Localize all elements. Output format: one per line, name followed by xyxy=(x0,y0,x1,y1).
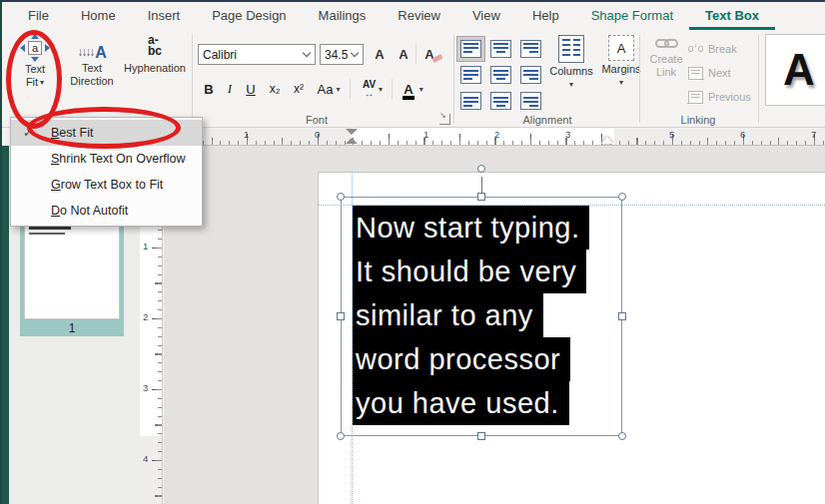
highlighted-text-line[interactable]: you have used. xyxy=(353,381,569,425)
align-middle-left-button[interactable] xyxy=(457,63,484,87)
clear-formatting-button[interactable]: A xyxy=(421,43,445,65)
group-separator xyxy=(453,35,454,123)
menu-item-grow-text-box-to-fit[interactable]: Grow Text Box to Fit xyxy=(11,172,202,198)
highlighted-text-line[interactable]: similar to any xyxy=(353,293,543,337)
dropdown-caret-icon: ▾ xyxy=(336,85,340,94)
group-separator xyxy=(639,35,640,123)
text-box-content[interactable]: Now start typing. It should be very simi… xyxy=(353,206,589,425)
tab-home[interactable]: Home xyxy=(65,2,132,30)
text-fit-button[interactable]: a Text Fit▾ xyxy=(8,35,62,89)
page-thumbnail-selected[interactable]: 1 xyxy=(20,218,124,336)
chevron-down-icon[interactable] xyxy=(351,49,359,57)
ruler-ticks xyxy=(140,128,825,145)
page-thumbnail-preview xyxy=(24,221,120,319)
highlighted-text-line[interactable]: word processor xyxy=(353,337,570,381)
highlighted-text-line[interactable]: Now start typing. xyxy=(353,206,589,250)
tab-review[interactable]: Review xyxy=(382,2,456,30)
align-top-right-button[interactable] xyxy=(517,37,544,61)
resize-handle-top-left[interactable] xyxy=(337,193,345,201)
ribbon: a Text Fit▾ ↓↓↓↓ A Text Direction a- bc … xyxy=(2,30,825,128)
resize-handle-top-right[interactable] xyxy=(618,193,626,201)
font-size-value: 34.5 xyxy=(325,48,349,62)
font-color-button[interactable]: A ▾ xyxy=(398,78,429,100)
font-group-label: Font xyxy=(198,114,435,126)
linking-group-label: Linking xyxy=(641,114,755,126)
wordart-style-swatch[interactable]: A xyxy=(765,34,825,106)
tab-text-box[interactable]: Text Box xyxy=(689,2,775,30)
chain-link-icon xyxy=(655,39,678,48)
decrease-font-size-button[interactable]: A xyxy=(394,43,413,65)
dropdown-caret-icon: ▾ xyxy=(619,76,623,89)
next-text-box-button[interactable]: Next xyxy=(688,64,731,82)
align-middle-right-button[interactable] xyxy=(517,63,544,87)
font-size-combobox[interactable]: 34.5 xyxy=(320,44,364,65)
decrease-font-size-icon: A xyxy=(399,47,408,62)
hyphenation-button[interactable]: a- bc Hyphenation xyxy=(120,35,190,75)
publisher-window: File Home Insert Page Design Mailings Re… xyxy=(0,0,825,504)
dropdown-caret-icon: ▾ xyxy=(569,78,573,91)
text-fit-dropdown-menu: ✓ Best Fit Shrink Text On Overflow Grow … xyxy=(10,117,203,227)
checkmark-icon: ✓ xyxy=(23,126,33,140)
menu-item-best-fit[interactable]: ✓ Best Fit xyxy=(11,120,202,146)
previous-text-box-button[interactable]: Previous xyxy=(688,88,751,106)
resize-handle-bottom-left[interactable] xyxy=(337,432,345,440)
increase-font-size-button[interactable]: A xyxy=(370,43,390,65)
menu-item-shrink-text-on-overflow[interactable]: Shrink Text On Overflow xyxy=(11,146,202,172)
alignment-group-label: Alignment xyxy=(457,114,637,126)
change-case-button[interactable]: Aa ▾ xyxy=(312,78,346,100)
text-fit-label-line1: Text xyxy=(25,63,45,76)
window-left-border xyxy=(0,0,2,504)
group-separator xyxy=(758,35,759,123)
align-top-left-button[interactable] xyxy=(457,37,484,61)
resize-handle-bottom-right[interactable] xyxy=(618,432,626,440)
font-name-combobox[interactable]: Calibri xyxy=(198,44,316,65)
resize-handle-top[interactable] xyxy=(477,193,485,201)
margins-button[interactable]: A Margins ▾ xyxy=(597,35,645,89)
create-link-button[interactable]: Create Link xyxy=(644,35,688,79)
font-name-value: Calibri xyxy=(203,48,301,62)
resize-handle-bottom[interactable] xyxy=(477,432,485,440)
align-bottom-right-button[interactable] xyxy=(517,89,544,113)
horizontal-ruler[interactable]: 1 0 1 2 3 5 6 7 xyxy=(140,128,825,146)
highlighted-text-line[interactable]: It should be very xyxy=(353,250,586,293)
subscript-button[interactable]: x₂ xyxy=(264,78,286,100)
hyphenation-icon: a- bc xyxy=(148,35,162,59)
font-color-icon: A xyxy=(404,82,412,97)
tab-insert[interactable]: Insert xyxy=(132,2,197,30)
thumbnail-text-line xyxy=(29,233,65,235)
text-direction-icon: ↓↓↓↓ A xyxy=(77,35,107,59)
align-bottom-left-button[interactable] xyxy=(457,89,484,113)
pane-edge-strip xyxy=(2,146,9,504)
align-bottom-center-button[interactable] xyxy=(487,89,514,113)
character-spacing-button[interactable]: AV ↔ ▾ xyxy=(356,78,390,100)
publication-canvas[interactable]: Now start typing. It should be very simi… xyxy=(164,146,825,504)
text-direction-button[interactable]: ↓↓↓↓ A Text Direction xyxy=(64,35,120,88)
underline-button[interactable]: U xyxy=(242,78,260,100)
text-fit-icon: a xyxy=(21,35,49,61)
align-middle-center-button[interactable] xyxy=(487,63,514,87)
superscript-button[interactable]: x² xyxy=(288,78,310,100)
indent-marker-icon[interactable] xyxy=(346,129,359,144)
dropdown-caret-icon: ▾ xyxy=(40,76,44,89)
font-dialog-launcher-icon[interactable] xyxy=(439,114,450,125)
chevron-down-icon[interactable] xyxy=(303,49,311,57)
resize-handle-right[interactable] xyxy=(618,312,626,320)
group-separator xyxy=(192,35,193,123)
menu-item-do-not-autofit[interactable]: Do Not Autofit xyxy=(11,198,202,224)
break-link-icon xyxy=(688,43,703,56)
tab-shape-format[interactable]: Shape Format xyxy=(575,2,689,30)
italic-button[interactable]: I xyxy=(222,78,238,100)
tab-mailings[interactable]: Mailings xyxy=(303,2,383,30)
tab-view[interactable]: View xyxy=(456,2,516,30)
tab-page-design[interactable]: Page Design xyxy=(196,2,302,30)
thumbnail-text-line xyxy=(29,227,71,230)
right-indent-marker-icon[interactable] xyxy=(601,136,613,144)
tab-help[interactable]: Help xyxy=(516,2,575,30)
break-link-button[interactable]: Break xyxy=(688,40,737,58)
align-top-center-button[interactable] xyxy=(487,37,514,61)
bold-button[interactable]: B xyxy=(200,78,218,100)
tab-file[interactable]: File xyxy=(12,2,65,30)
rotation-handle[interactable] xyxy=(477,165,485,173)
columns-button[interactable]: Columns ▾ xyxy=(547,35,595,91)
resize-handle-left[interactable] xyxy=(337,312,345,320)
